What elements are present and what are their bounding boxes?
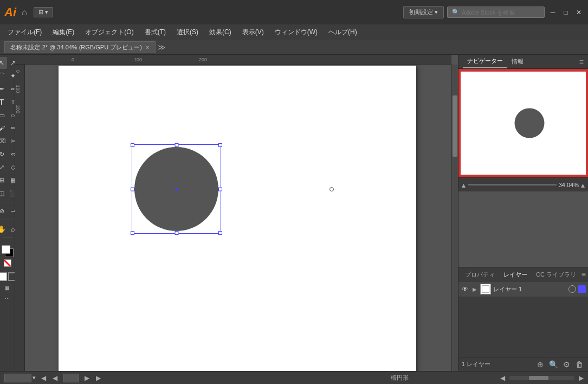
pencil-tool[interactable]: ✏ bbox=[8, 122, 15, 134]
handle-mid-left[interactable] bbox=[131, 187, 134, 191]
radius-handle[interactable] bbox=[329, 187, 334, 191]
gradient-mode-btn[interactable]: ▦ bbox=[3, 284, 12, 292]
stroke-color-box[interactable] bbox=[8, 272, 16, 281]
direct-select-tool[interactable]: ↗ bbox=[8, 57, 15, 69]
select-tool[interactable]: ↖ bbox=[0, 57, 7, 69]
rectangle-tool[interactable]: ▭ bbox=[0, 109, 7, 121]
restore-button[interactable]: □ bbox=[561, 8, 571, 17]
horizontal-scrollbar[interactable] bbox=[509, 376, 574, 380]
layer-name[interactable]: レイヤー 1 bbox=[493, 285, 566, 293]
next-page-btn[interactable]: ▶ bbox=[83, 374, 91, 382]
live-paint-tool[interactable]: ⬛ bbox=[8, 187, 15, 199]
zoom-input[interactable]: 34.04% bbox=[4, 374, 31, 382]
magic-wand-tool[interactable]: ✦ bbox=[8, 70, 15, 82]
menu-type[interactable]: 書式(T) bbox=[139, 25, 171, 39]
reflect-tool[interactable]: ⇔ bbox=[8, 148, 15, 160]
document-tab[interactable]: 名称未設定-2* @ 34.04% (RGB/GPU プレビュー) ✕ bbox=[4, 41, 156, 53]
ellipse-selection-group[interactable] bbox=[132, 144, 221, 234]
prev-page-btn[interactable]: ◀ bbox=[51, 374, 59, 382]
shape-nav-right[interactable]: ▶ bbox=[579, 374, 584, 382]
measure-tool[interactable]: ⊸ bbox=[8, 205, 15, 217]
zoom-dropdown-icon[interactable]: ▾ bbox=[33, 374, 36, 381]
layers-panel: 👁 ▶ レイヤー 1 bbox=[458, 282, 588, 357]
minimize-button[interactable]: ─ bbox=[548, 8, 558, 17]
delete-layer-btn[interactable]: ⚙ bbox=[561, 359, 572, 370]
shape-tools: ▭ ○ bbox=[0, 109, 15, 121]
vertical-scrollbar[interactable] bbox=[451, 65, 458, 371]
handle-bot-left[interactable] bbox=[131, 231, 134, 235]
lasso-tool[interactable]: ⌒ bbox=[0, 70, 7, 82]
scissors-tool[interactable]: ✂ bbox=[8, 135, 15, 147]
free-transform-tool[interactable]: ⊞ bbox=[0, 174, 7, 186]
tab-layers[interactable]: レイヤー bbox=[499, 268, 532, 281]
layer-target-icon[interactable] bbox=[568, 285, 576, 293]
search-input[interactable] bbox=[462, 9, 538, 16]
canvas-scroll[interactable]: 0 100 200 0 100 200 bbox=[15, 55, 458, 371]
vertical-type-tool[interactable]: T bbox=[8, 96, 15, 108]
menu-view[interactable]: 表示(V) bbox=[237, 25, 269, 39]
panel-menu-icon[interactable]: ≡ bbox=[579, 57, 584, 66]
fill-stroke-swatches[interactable] bbox=[2, 245, 14, 257]
menu-select[interactable]: 選択(S) bbox=[171, 25, 204, 39]
hscroll-thumb[interactable] bbox=[529, 376, 548, 380]
shear-tool[interactable]: ◇ bbox=[8, 161, 15, 173]
hand-tool[interactable]: ✋ bbox=[0, 223, 7, 235]
page-number-input[interactable]: 1 bbox=[63, 374, 79, 382]
menu-help[interactable]: ヘルプ(H) bbox=[323, 25, 363, 39]
tab-expand-icon[interactable]: ≫ bbox=[158, 43, 166, 52]
curvature-tool[interactable]: ✏ bbox=[8, 83, 15, 95]
menu-window[interactable]: ウィンドウ(W) bbox=[269, 25, 323, 39]
shape-builder-tool[interactable]: ◫ bbox=[0, 187, 7, 199]
handle-top-left[interactable] bbox=[131, 143, 134, 147]
shape-nav-left[interactable]: ◀ bbox=[500, 374, 505, 382]
tab-close-icon[interactable]: ✕ bbox=[145, 44, 150, 50]
close-button[interactable]: ✕ bbox=[574, 8, 584, 17]
layer-expand-icon[interactable]: ▶ bbox=[471, 286, 478, 292]
fill-swatch[interactable] bbox=[2, 245, 10, 254]
tab-properties[interactable]: プロパティ bbox=[461, 268, 499, 281]
zoom-out-btn[interactable]: ▴ bbox=[462, 181, 466, 189]
fill-color-box[interactable] bbox=[0, 272, 7, 281]
zoom-tool[interactable]: ⌕ bbox=[8, 223, 15, 235]
handle-top-mid[interactable] bbox=[175, 143, 178, 147]
layer-visibility-icon[interactable]: 👁 bbox=[461, 285, 469, 293]
make-sublayer-btn[interactable]: ⊕ bbox=[535, 359, 546, 370]
zoom-slider[interactable] bbox=[468, 184, 557, 185]
zoom-in-btn[interactable]: ▴ bbox=[581, 181, 585, 189]
graph-tool[interactable]: ▦ bbox=[8, 174, 15, 186]
rotate-tool[interactable]: ↻ bbox=[0, 148, 7, 160]
scrollbar-thumb[interactable] bbox=[453, 95, 457, 157]
menu-object[interactable]: オブジェクト(O) bbox=[80, 25, 139, 39]
type-tool[interactable]: T bbox=[0, 96, 7, 108]
search-box[interactable]: 🔍 bbox=[447, 7, 545, 18]
rotate-tools: ↻ ⇔ bbox=[0, 148, 15, 160]
more-layer-btn[interactable]: 🗑 bbox=[574, 359, 585, 370]
add-layer-btn[interactable]: 🔍 bbox=[548, 359, 559, 370]
last-page-btn[interactable]: ▶ bbox=[95, 374, 102, 382]
workspace-button[interactable]: 初期設定 ▾ bbox=[403, 6, 444, 18]
handle-bot-right[interactable] bbox=[218, 231, 222, 235]
menu-file[interactable]: ファイル(F) bbox=[2, 25, 47, 39]
paintbrush-tool[interactable]: 🖌 bbox=[0, 122, 7, 134]
view-mode-tools: ■ ▦ ⊘ ⋯ bbox=[0, 284, 15, 305]
pen-tool[interactable]: ✒ bbox=[0, 83, 7, 95]
tab-navigator[interactable]: ナビゲーター bbox=[463, 55, 507, 68]
menu-effect[interactable]: 効果(C) bbox=[204, 25, 237, 39]
eraser-tool[interactable]: ⌫ bbox=[0, 135, 7, 147]
pen-tools: ✒ ✏ bbox=[0, 83, 15, 95]
scale-tool[interactable]: ⤢ bbox=[0, 161, 7, 173]
eyedropper-tool[interactable]: ⊘ bbox=[0, 205, 7, 217]
layer-thumb-content bbox=[482, 285, 489, 293]
ellipse-tool[interactable]: ○ bbox=[8, 109, 15, 121]
color-mode-btn[interactable]: ■ bbox=[0, 284, 2, 292]
handle-bot-mid[interactable] bbox=[175, 231, 178, 235]
tab-cc-library[interactable]: CC ライブラリ bbox=[532, 268, 580, 281]
tab-info[interactable]: 情報 bbox=[507, 55, 528, 68]
menu-edit[interactable]: 編集(E) bbox=[47, 25, 80, 39]
handle-top-right[interactable] bbox=[218, 143, 222, 147]
screen-mode-btn[interactable]: ⋯ bbox=[2, 293, 14, 305]
none-swatch[interactable] bbox=[4, 259, 11, 267]
first-page-btn[interactable]: ◀ bbox=[40, 374, 47, 382]
layers-menu-icon[interactable]: ≡ bbox=[581, 270, 586, 279]
layout-button[interactable]: ⊞ ▾ bbox=[34, 7, 53, 17]
